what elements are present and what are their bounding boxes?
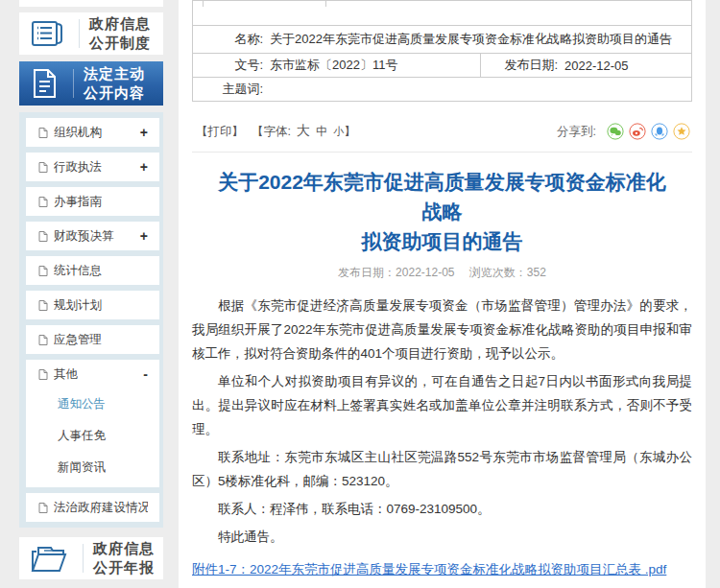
sidebar-subitem-notices[interactable]: 通知公告 [26, 388, 159, 420]
divider [79, 19, 80, 48]
document-icon [31, 68, 58, 99]
article-title: 关于2022年东莞市促进高质量发展专项资金标准化战略 拟资助项目的通告 [211, 167, 673, 256]
article-toolbar: 【打印】 【字体: 大 中 小 】 分享到: [192, 115, 692, 153]
folder-report-icon [31, 543, 67, 574]
sidebar-item-law-enforcement[interactable]: 行政执法 + [26, 153, 159, 181]
pubdate-value: 2022-12-05 [564, 59, 691, 73]
doc-bullet-icon [38, 197, 48, 207]
paragraph: 联系人：程泽伟，联系电话：0769-23109500。 [192, 497, 692, 521]
share-label: 分享到: [557, 124, 596, 140]
article-body: 根据《东莞市促进经济高质量发展专项资金（市场监督管理）管理办法》的要求，我局组织… [192, 294, 692, 581]
share-more-icon[interactable] [673, 123, 690, 140]
document-info-table: 名称: 关于2022年东莞市促进高质量发展专项资金标准化战略拟资助项目的通告 文… [192, 0, 692, 102]
docno-value: 东市监标〔2022〕11号 [270, 57, 480, 74]
doc-bullet-icon [38, 128, 48, 138]
wechat-icon[interactable] [607, 123, 624, 140]
main-content: 名称: 关于2022年东莞市促进高质量发展专项资金标准化战略拟资助项目的通告 文… [179, 0, 706, 588]
paragraph: 联系地址：东莞市东城区主山社区莞温路552号东莞市市场监督管理局（东城办公区）5… [192, 445, 692, 493]
divider [73, 69, 74, 98]
expand-plus-icon[interactable]: + [140, 125, 148, 140]
view-count: 浏览次数：352 [469, 266, 546, 279]
sidebar-menu-panel: 组织机构 + 行政执法 + 办事指南 [19, 112, 163, 528]
pubdate-label: 发布日期: [480, 54, 564, 77]
sidebar-item-planning[interactable]: 规划计划 [26, 291, 159, 319]
sidebar-card-label: 政府信息 公开制度 [89, 14, 151, 53]
share-bar: 分享到: [557, 123, 690, 140]
sidebar-card-label: 政府信息 公开年报 [93, 539, 155, 577]
font-size-controls: 【字体: 大 中 小 】 [252, 123, 356, 140]
attachment-row: 附件1-7：2022年东莞市促进高质量发展专项资金标准化战略拟资助项目汇总表 .… [192, 557, 692, 581]
sidebar-card-label: 法定主动 公开内容 [84, 64, 145, 103]
sidebar-item-fiscal-budget[interactable]: 财政预决算 + [26, 222, 159, 250]
sidebar-subitem-news[interactable]: 新闻资讯 [26, 452, 159, 483]
sidebar-item-service-guide[interactable]: 办事指南 [26, 187, 159, 216]
ledger-book-icon [31, 19, 63, 48]
sidebar-cutoff-card [19, 0, 163, 7]
table-row-docno: 文号: 东市监标〔2022〕11号 发布日期: 2022-12-05 [193, 53, 691, 77]
print-button[interactable]: 【打印】 [196, 124, 244, 140]
article-meta: 发布日期：2022-12-05 浏览次数：352 [192, 265, 692, 281]
collapse-minus-icon[interactable]: - [143, 366, 148, 382]
table-row-name: 名称: 关于2022年东莞市促进高质量发展专项资金标准化战略拟资助项目的通告 [193, 25, 691, 53]
doc-bullet-icon [38, 503, 48, 513]
table-cutoff-row [193, 1, 691, 25]
sidebar-item-other[interactable]: 其他 - [26, 360, 159, 388]
doc-bullet-icon [38, 335, 48, 345]
doc-bullet-icon [38, 300, 48, 311]
sidebar-item-rule-of-law[interactable]: 法治政府建设情况... [26, 493, 159, 522]
font-size-medium-button[interactable]: 中 [316, 124, 328, 140]
doc-bullet-icon [38, 369, 48, 380]
keywords-label: 主题词: [193, 81, 270, 98]
paragraph: 特此通告。 [192, 525, 692, 549]
font-size-large-button[interactable]: 大 [297, 123, 310, 140]
paragraph: 根据《东莞市促进经济高质量发展专项资金（市场监督管理）管理办法》的要求，我局组织… [192, 294, 692, 365]
sidebar-item-statistics[interactable]: 统计信息 [26, 256, 159, 285]
doc-bullet-icon [38, 231, 48, 242]
expand-plus-icon[interactable]: + [140, 228, 148, 244]
sidebar-item-organization[interactable]: 组织机构 + [26, 118, 159, 147]
sidebar-item-emergency[interactable]: 应急管理 [26, 325, 159, 354]
name-label: 名称: [193, 31, 270, 48]
sidebar-card-disclosure-system[interactable]: 政府信息 公开制度 [19, 12, 163, 55]
sidebar-subitem-personnel[interactable]: 人事任免 [26, 420, 159, 452]
font-size-prefix: 【字体: [252, 124, 291, 140]
paragraph: 单位和个人对拟资助项目有异议的，可在自通告之日起7日内以书面形式向我局提出。提出… [192, 369, 692, 441]
divider [83, 544, 84, 573]
doc-bullet-icon [38, 266, 48, 276]
font-size-suffix: 】 [344, 124, 356, 140]
font-size-small-button[interactable]: 小 [333, 125, 344, 139]
expand-plus-icon[interactable]: + [140, 159, 148, 175]
attachment-link[interactable]: 附件1-7：2022年东莞市促进高质量发展专项资金标准化战略拟资助项目汇总表 .… [192, 562, 666, 576]
sidebar-card-active-disclosure[interactable]: 法定主动 公开内容 [19, 61, 163, 106]
name-value: 关于2022年东莞市促进高质量发展专项资金标准化战略拟资助项目的通告 [270, 31, 691, 48]
doc-bullet-icon [38, 162, 48, 173]
docno-label: 文号: [193, 57, 270, 74]
publish-date: 发布日期：2022-12-05 [338, 266, 454, 279]
sidebar-card-annual-report[interactable]: 政府信息 公开年报 [19, 537, 163, 579]
sidebar-group-other: 其他 - 通知公告 人事任免 新闻资讯 [26, 360, 159, 487]
table-row-keywords: 主题词: [193, 77, 691, 101]
page: 政府信息 公开制度 法定主动 公开内容 [0, 0, 720, 588]
qq-icon[interactable] [651, 123, 668, 140]
sidebar: 政府信息 公开制度 法定主动 公开内容 [19, 0, 163, 586]
weibo-icon[interactable] [629, 123, 646, 140]
